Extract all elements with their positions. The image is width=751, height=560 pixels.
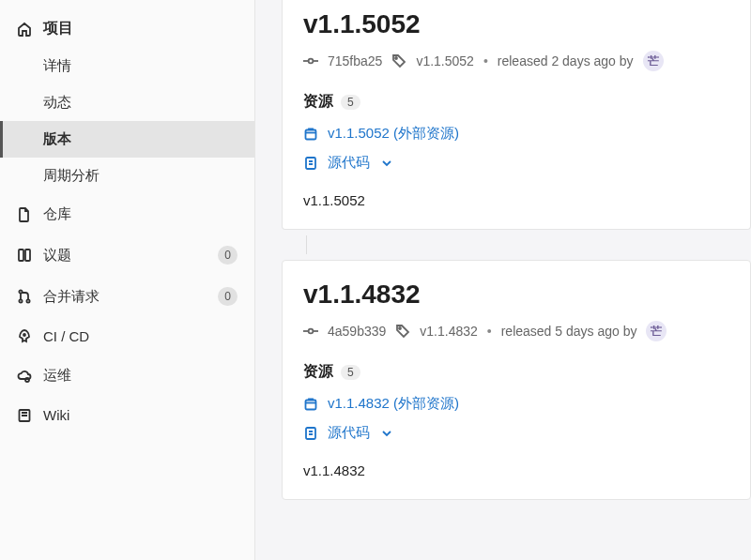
separator-dot [487,324,492,339]
source-code-dropdown[interactable]: 源代码 [303,154,729,172]
assets-label-text: 资源 [303,92,333,112]
released-text: released 2 days ago by [498,53,634,68]
assets-heading: 资源 5 [303,92,729,112]
mr-count-badge: 0 [218,287,238,306]
tag-name[interactable]: v1.1.4832 [420,324,478,339]
assets-label-text: 资源 [303,362,333,382]
sidebar-item-wiki[interactable]: Wiki [0,396,254,434]
sidebar-section-label: 项目 [43,19,73,38]
commit-sha[interactable]: 4a59b339 [328,324,386,339]
release-meta: 4a59b339 v1.1.4832 released 5 days ago b… [303,321,729,341]
merge-icon [17,289,32,304]
timeline-connector [306,235,751,254]
book-icon [17,408,32,423]
svg-point-11 [395,57,397,59]
file-icon [17,207,32,222]
svg-rect-13 [306,158,315,169]
sidebar-item-label: CI / CD [43,328,89,344]
avatar[interactable]: 芒 [646,321,667,341]
released-text: released 5 days ago by [501,324,637,339]
source-code-dropdown[interactable]: 源代码 [303,424,729,442]
content: v1.1.5052 715fba25 v1.1.5052 released 2 … [255,0,751,560]
sidebar-sub-activity[interactable]: 动态 [0,84,254,121]
source-code-label: 源代码 [328,424,370,442]
release-body: v1.1.4832 [303,462,729,478]
document-icon [303,156,318,171]
assets-heading: 资源 5 [303,362,729,382]
issues-icon [17,248,32,263]
chevron-down-icon [379,156,394,171]
svg-point-5 [23,334,25,336]
asset-link-text: v1.1.4832 (外部资源) [328,395,459,413]
svg-point-6 [25,378,29,382]
sidebar-item-cicd[interactable]: CI / CD [0,317,254,356]
tag-icon [395,324,410,339]
sidebar-sub-cycle-analytics[interactable]: 周期分析 [0,158,254,194]
sidebar-section-project[interactable]: 项目 [0,9,254,48]
sidebar-sub-label: 周期分析 [43,167,100,185]
sidebar-item-label: 运维 [43,367,71,385]
sidebar-sub-releases[interactable]: 版本 [0,121,254,158]
svg-rect-12 [306,129,316,139]
sidebar-item-operations[interactable]: 运维 [0,356,254,396]
sidebar-item-label: 议题 [43,247,71,265]
release-meta: 715fba25 v1.1.5052 released 2 days ago b… [303,51,729,71]
avatar[interactable]: 芒 [643,51,664,71]
svg-point-2 [19,290,22,293]
issues-count-badge: 0 [218,246,238,265]
asset-external-link[interactable]: v1.1.5052 (外部资源) [303,125,729,143]
cloud-gear-icon [17,369,32,384]
sidebar-item-merge-requests[interactable]: 合并请求 0 [0,276,254,317]
chevron-down-icon [379,426,394,441]
assets-count-badge: 5 [341,365,360,380]
release-card: v1.1.5052 715fba25 v1.1.5052 released 2 … [282,0,751,230]
commit-icon [303,53,318,68]
source-code-label: 源代码 [328,154,370,172]
commit-sha[interactable]: 715fba25 [328,53,382,68]
separator-dot [483,53,488,68]
home-icon [17,22,32,37]
sidebar-item-label: 仓库 [43,205,71,223]
sidebar-sub-details[interactable]: 详情 [0,48,254,84]
svg-rect-0 [19,250,23,261]
sidebar-sub-label: 版本 [43,130,71,148]
sidebar: 项目 详情 动态 版本 周期分析 仓库 议题 0 [0,0,255,560]
rocket-icon [17,329,32,344]
tag-name[interactable]: v1.1.5052 [416,53,474,68]
package-icon [303,127,318,142]
sidebar-item-issues[interactable]: 议题 0 [0,235,254,276]
tag-icon [391,53,406,68]
package-icon [303,397,318,412]
svg-point-4 [26,299,29,302]
assets-count-badge: 5 [341,95,360,110]
asset-external-link[interactable]: v1.1.4832 (外部资源) [303,395,729,413]
svg-point-8 [309,59,314,64]
svg-rect-19 [306,428,315,439]
commit-icon [303,324,318,339]
release-card: v1.1.4832 4a59b339 v1.1.4832 released 5 … [282,260,751,500]
sidebar-sub-label: 动态 [43,94,71,112]
svg-point-17 [399,327,401,329]
svg-rect-1 [25,250,30,261]
svg-point-3 [19,299,22,302]
svg-rect-18 [306,400,316,409]
release-title[interactable]: v1.1.4832 [303,280,729,310]
asset-link-text: v1.1.5052 (外部资源) [328,125,459,143]
sidebar-sub-label: 详情 [43,57,71,75]
document-icon [303,426,318,441]
svg-point-14 [309,329,314,334]
sidebar-item-label: Wiki [43,407,69,423]
release-title[interactable]: v1.1.5052 [303,9,729,39]
sidebar-item-repository[interactable]: 仓库 [0,194,254,235]
release-body: v1.1.5052 [303,192,729,208]
sidebar-item-label: 合并请求 [43,288,100,306]
